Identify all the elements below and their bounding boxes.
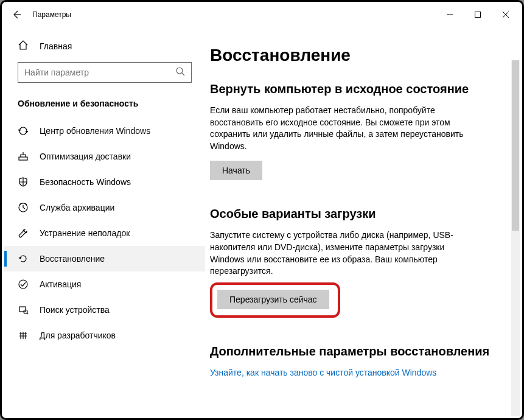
- scrollbar[interactable]: [511, 60, 520, 416]
- back-button[interactable]: [12, 10, 21, 19]
- search-input[interactable]: [24, 68, 175, 77]
- svg-line-11: [27, 313, 28, 314]
- search-icon: [175, 66, 185, 79]
- sidebar-item-label: Активация: [40, 279, 81, 289]
- wrench-icon: [18, 228, 29, 239]
- sidebar-item-label: Центр обновления Windows: [40, 126, 150, 136]
- svg-rect-6: [19, 157, 27, 160]
- sidebar-item-label: Безопасность Windows: [40, 177, 131, 187]
- sidebar-item-label: Восстановление: [40, 254, 105, 264]
- more-recovery-section: Дополнительные параметры восстановления …: [210, 345, 501, 378]
- sidebar: Главная Обновление и безопасность Центр …: [4, 25, 205, 416]
- backup-icon: [18, 202, 29, 213]
- sidebar-item-label: Поиск устройства: [40, 305, 110, 315]
- svg-rect-9: [19, 307, 26, 312]
- window-title: Параметры: [32, 10, 71, 19]
- svg-line-3: [503, 12, 509, 18]
- highlight-annotation: Перезагрузить сейчас: [210, 282, 340, 318]
- more-heading: Дополнительные параметры восстановления: [210, 345, 501, 359]
- scrollbar-thumb[interactable]: [512, 60, 519, 231]
- restart-now-button[interactable]: Перезагрузить сейчас: [217, 290, 329, 309]
- svg-rect-1: [475, 12, 481, 18]
- svg-point-8: [19, 280, 27, 289]
- sidebar-item-find-my-device[interactable]: Поиск устройства: [4, 297, 205, 323]
- minimize-button[interactable]: [436, 5, 464, 24]
- find-device-icon: [18, 304, 29, 315]
- shield-icon: [18, 177, 29, 187]
- reset-heading: Вернуть компьютер в исходное состояние: [210, 82, 501, 96]
- sidebar-item-windows-update[interactable]: Центр обновления Windows: [4, 118, 205, 144]
- maximize-button[interactable]: [464, 5, 492, 24]
- reset-section: Вернуть компьютер в исходное состояние Е…: [210, 82, 501, 180]
- search-box[interactable]: [18, 62, 192, 83]
- sidebar-item-troubleshoot[interactable]: Устранение неполадок: [4, 220, 205, 246]
- recovery-icon: [18, 253, 29, 264]
- page-title: Восстановление: [210, 46, 501, 65]
- sidebar-item-for-developers[interactable]: Для разработчиков: [4, 323, 205, 348]
- start-button[interactable]: Начать: [210, 161, 262, 180]
- sidebar-item-label: Оптимизация доставки: [40, 152, 131, 161]
- advanced-heading: Особые варианты загрузки: [210, 207, 501, 221]
- sidebar-item-delivery-optimization[interactable]: Оптимизация доставки: [4, 144, 205, 169]
- sidebar-home-label: Главная: [40, 41, 72, 51]
- reset-text: Если ваш компьютер работает нестабильно,…: [210, 105, 466, 152]
- titlebar: Параметры: [4, 4, 520, 25]
- sidebar-item-windows-security[interactable]: Безопасность Windows: [4, 169, 205, 195]
- sidebar-item-label: Служба архивации: [40, 203, 114, 212]
- delivery-icon: [18, 151, 29, 162]
- developer-icon: [18, 330, 29, 341]
- svg-line-2: [503, 12, 509, 18]
- sidebar-item-recovery[interactable]: Восстановление: [4, 246, 205, 271]
- sidebar-item-label: Для разработчиков: [40, 331, 116, 340]
- advanced-startup-section: Особые варианты загрузки Запустите систе…: [210, 207, 501, 317]
- activation-icon: [18, 279, 29, 290]
- sidebar-category: Обновление и безопасность: [4, 91, 205, 118]
- advanced-text: Запустите систему с устройства либо диск…: [210, 229, 466, 277]
- home-icon: [18, 40, 29, 52]
- svg-line-5: [182, 73, 184, 75]
- sidebar-item-activation[interactable]: Активация: [4, 271, 205, 297]
- close-button[interactable]: [492, 5, 520, 24]
- sidebar-home[interactable]: Главная: [4, 33, 205, 58]
- main-content: Восстановление Вернуть компьютер в исход…: [205, 25, 520, 416]
- svg-point-4: [176, 68, 183, 74]
- fresh-start-link[interactable]: Узнайте, как начать заново с чистой уста…: [210, 368, 436, 377]
- sidebar-item-label: Устранение неполадок: [40, 228, 130, 238]
- sync-icon: [18, 125, 29, 136]
- sidebar-item-backup[interactable]: Служба архивации: [4, 195, 205, 220]
